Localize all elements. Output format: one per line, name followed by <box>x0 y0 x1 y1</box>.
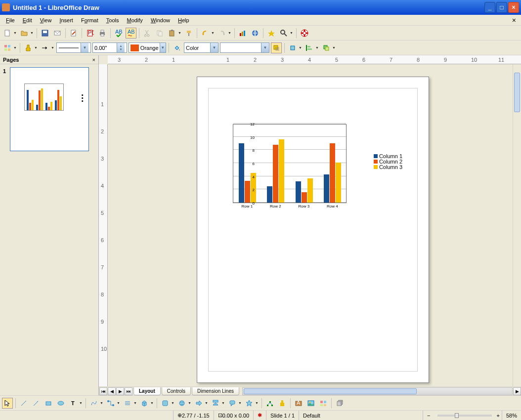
menu-tools[interactable]: Tools <box>102 16 123 25</box>
3d-tool[interactable] <box>139 398 150 409</box>
email-button[interactable] <box>52 28 63 39</box>
undo-dropdown[interactable]: ▼ <box>211 28 215 39</box>
symbol-dropdown[interactable]: ▼ <box>187 398 192 409</box>
fill-can-button[interactable] <box>172 42 182 53</box>
navigator-button[interactable] <box>266 28 277 39</box>
connector-tool[interactable] <box>105 398 116 409</box>
line-arrow-tool[interactable] <box>31 398 42 409</box>
glue-dropdown[interactable]: ▼ <box>34 42 38 53</box>
print-button[interactable] <box>97 28 108 39</box>
line-width-combo[interactable]: ▲▼ <box>92 42 127 53</box>
zoom-value[interactable]: 58% <box>502 411 521 420</box>
callouts-tool[interactable] <box>227 398 238 409</box>
stars-tool[interactable] <box>244 398 255 409</box>
spellcheck-button[interactable]: ABC <box>113 28 124 39</box>
nav-next-button[interactable]: ▶ <box>116 387 124 395</box>
lines-arrows-tool[interactable] <box>122 398 133 409</box>
paste-dropdown[interactable]: ▼ <box>177 28 182 39</box>
area-style-combo[interactable]: Color ▼ <box>184 42 218 53</box>
from-file-tool[interactable] <box>305 398 316 409</box>
chart-object[interactable]: Column 1Column 2Column 3 024681012 Row 1… <box>222 122 370 220</box>
save-button[interactable] <box>40 28 50 39</box>
ellipse-tool[interactable] <box>55 398 66 409</box>
menu-modify[interactable]: Modify <box>123 16 146 25</box>
cut-button[interactable] <box>142 28 153 39</box>
shadow-button[interactable] <box>271 42 282 53</box>
ruler-horizontal[interactable]: 3211234567891011 <box>108 55 521 64</box>
flowchart-dropdown[interactable]: ▼ <box>221 398 225 409</box>
zoom-slider[interactable] <box>437 415 492 417</box>
nav-first-button[interactable]: ⏮ <box>99 387 107 395</box>
grid-button[interactable] <box>2 42 13 53</box>
tab-controls[interactable]: Controls <box>162 387 191 395</box>
chart-button[interactable] <box>237 28 248 39</box>
line-color-combo[interactable]: Orange ▼ <box>129 42 166 53</box>
redo-dropdown[interactable]: ▼ <box>227 28 232 39</box>
rectangle-tool[interactable] <box>43 398 54 409</box>
points-tool[interactable] <box>264 398 275 409</box>
close-button[interactable]: × <box>508 2 519 13</box>
tab-dimension-lines[interactable]: Dimension Lines <box>192 387 239 395</box>
basic-shapes-dropdown[interactable]: ▼ <box>171 398 175 409</box>
glue-button[interactable] <box>23 42 34 53</box>
zoom-out-button[interactable]: − <box>423 411 434 420</box>
redo-button[interactable] <box>217 28 227 39</box>
block-arrows-tool[interactable] <box>193 398 204 409</box>
open-button[interactable] <box>19 28 30 39</box>
basic-shapes-tool[interactable] <box>160 398 171 409</box>
arrange-button[interactable] <box>321 42 332 53</box>
arrow-style-button[interactable] <box>40 42 50 53</box>
menu-format[interactable]: Format <box>77 16 102 25</box>
align-dropdown[interactable]: ▼ <box>315 42 319 53</box>
arrow-style-dropdown[interactable]: ▼ <box>50 42 55 53</box>
menu-view[interactable]: View <box>36 16 56 25</box>
help-button[interactable] <box>299 28 310 39</box>
line-style-combo[interactable]: ▼ <box>56 42 91 53</box>
callouts-dropdown[interactable]: ▼ <box>238 398 242 409</box>
symbol-shapes-tool[interactable] <box>176 398 187 409</box>
scroll-right-button[interactable]: ▶ <box>513 387 521 395</box>
nav-prev-button[interactable]: ◀ <box>108 387 116 395</box>
stars-dropdown[interactable]: ▼ <box>255 398 259 409</box>
clone-format-button[interactable] <box>183 28 194 39</box>
new-button[interactable] <box>2 28 13 39</box>
area-color-combo[interactable]: ▼ <box>220 42 269 53</box>
lines-dropdown[interactable]: ▼ <box>133 398 137 409</box>
undo-button[interactable] <box>200 28 211 39</box>
text-tool[interactable]: T <box>68 398 79 409</box>
fontwork-tool[interactable]: A <box>293 398 304 409</box>
curve-dropdown[interactable]: ▼ <box>99 398 104 409</box>
menu-insert[interactable]: Insert <box>55 16 77 25</box>
scrollbar-horizontal[interactable] <box>242 387 513 395</box>
effects-button[interactable] <box>287 42 298 53</box>
close-document-button[interactable]: × <box>509 15 519 25</box>
page-thumbnail[interactable]: ▪▪▪ <box>10 67 89 151</box>
pages-close-icon[interactable]: × <box>92 57 95 63</box>
text-dropdown[interactable]: ▼ <box>79 398 83 409</box>
copy-button[interactable] <box>154 28 165 39</box>
pdf-button[interactable]: PDF <box>85 28 95 39</box>
nav-last-button[interactable]: ⏭ <box>125 387 132 395</box>
gallery-tool[interactable] <box>318 398 329 409</box>
tab-layout[interactable]: Layout <box>133 387 161 395</box>
paste-button[interactable] <box>167 28 177 39</box>
line-tool[interactable] <box>18 398 29 409</box>
edit-file-button[interactable] <box>68 28 79 39</box>
autospellcheck-button[interactable]: ABC <box>126 28 136 39</box>
page-view[interactable]: Column 1Column 2Column 3 024681012 Row 1… <box>108 64 521 386</box>
ruler-vertical[interactable]: 12345678910 <box>99 64 108 386</box>
minimize-button[interactable]: _ <box>484 2 495 13</box>
glue-points-tool[interactable] <box>277 398 288 409</box>
arrange-dropdown[interactable]: ▼ <box>332 42 336 53</box>
hyperlink-button[interactable] <box>250 28 260 39</box>
block-arrows-dropdown[interactable]: ▼ <box>204 398 209 409</box>
menu-help[interactable]: Help <box>174 16 193 25</box>
effects-dropdown[interactable]: ▼ <box>298 42 303 53</box>
menu-edit[interactable]: Edit <box>19 16 36 25</box>
extrusion-tool[interactable] <box>334 398 345 409</box>
3d-dropdown[interactable]: ▼ <box>150 398 154 409</box>
open-dropdown[interactable]: ▼ <box>30 28 34 39</box>
scrollbar-vertical[interactable] <box>513 64 521 386</box>
zoom-button[interactable] <box>278 28 289 39</box>
zoom-in-button[interactable]: + <box>495 413 502 419</box>
